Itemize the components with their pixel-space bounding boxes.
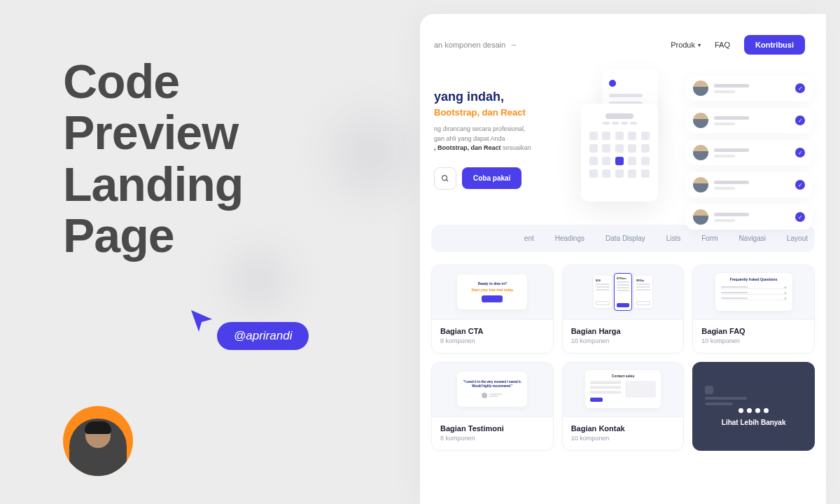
blur-decoration xyxy=(210,238,308,322)
check-icon: ✓ xyxy=(795,180,805,190)
card-subtitle: 10 komponen xyxy=(571,337,676,344)
topbar: an komponen desain → Produk ▾ FAQ Kontri… xyxy=(427,28,819,69)
card-title: Bagian CTA xyxy=(440,327,545,335)
hero-actions: Coba pakai xyxy=(434,167,574,190)
card-thumbnail: Ready to dive in? Start your free trial … xyxy=(432,265,553,320)
hero-subheading: Bootstrap, dan React xyxy=(434,107,574,118)
user-row: ✓ xyxy=(686,172,812,197)
hero-illustration: ✓ ✓ ✓ ✓ ✓ xyxy=(567,69,826,265)
user-row: ✓ xyxy=(686,140,812,165)
more-label: Lihat Lebih Banyak xyxy=(722,419,786,426)
card-more[interactable]: Lihat Lebih Banyak xyxy=(692,362,815,451)
hero-paragraph: ng dirancang secara profesional, gan ahl… xyxy=(434,125,574,153)
components-grid: Ready to dive in? Start your free trial … xyxy=(427,259,819,456)
card-title: Bagian FAQ xyxy=(701,327,806,335)
check-icon: ✓ xyxy=(795,212,805,222)
hero-heading: yang indah, xyxy=(434,90,574,104)
chevron-down-icon: ▾ xyxy=(698,42,701,48)
arrow-right-icon: → xyxy=(510,41,517,49)
user-row: ✓ xyxy=(686,76,812,101)
svg-line-1 xyxy=(447,179,449,181)
card-title: Bagian Kontak xyxy=(571,424,676,433)
hero-section: yang indah, Bootstrap, dan React ng dira… xyxy=(427,69,819,218)
tab-item[interactable]: ent xyxy=(524,234,534,242)
card-harga[interactable]: $24 $79/mo $99/yr Bagian Harga 10 kompon… xyxy=(562,265,685,354)
kontribusi-button[interactable]: Kontribusi xyxy=(744,35,805,55)
illustration-calendar-card xyxy=(581,104,658,202)
landing-preview-panel: an komponen desain → Produk ▾ FAQ Kontri… xyxy=(420,14,826,504)
svg-point-0 xyxy=(442,175,447,180)
nav-produk[interactable]: Produk ▾ xyxy=(671,41,701,49)
card-cta[interactable]: Ready to dive in? Start your free trial … xyxy=(431,265,554,354)
card-title: Bagian Harga xyxy=(571,327,676,335)
cursor-arrow-icon xyxy=(189,308,214,333)
breadcrumb: an komponen desain → xyxy=(434,41,517,49)
card-subtitle: 10 komponen xyxy=(571,435,676,442)
nav-right: Produk ▾ FAQ Kontribusi xyxy=(671,35,805,55)
nav-faq[interactable]: FAQ xyxy=(715,41,730,49)
promo-left-panel: Code Preview Landing Page @aprirandi xyxy=(0,0,420,504)
hero-copy: yang indah, Bootstrap, dan React ng dira… xyxy=(434,90,574,190)
search-button[interactable] xyxy=(434,167,456,190)
user-row: ✓ xyxy=(686,204,812,230)
blur-decoration xyxy=(308,91,434,217)
dots-icon xyxy=(738,408,769,413)
card-title: Bagian Testimoni xyxy=(440,424,545,433)
author-handle-badge[interactable]: @aprirandi xyxy=(217,322,309,350)
check-icon: ✓ xyxy=(795,115,805,125)
author-avatar xyxy=(63,406,133,476)
card-thumbnail: Frequently Asked Questions xyxy=(693,265,814,320)
user-row: ✓ xyxy=(686,108,812,133)
try-button[interactable]: Coba pakai xyxy=(462,167,522,189)
card-thumbnail: Contact sales xyxy=(563,363,684,417)
check-icon: ✓ xyxy=(795,148,805,158)
card-testimoni[interactable]: "I used it in the very moment I saved it… xyxy=(431,362,554,451)
card-thumbnail: $24 $79/mo $99/yr xyxy=(563,265,684,320)
check-icon: ✓ xyxy=(795,83,805,93)
card-subtitle: 8 komponen xyxy=(440,435,545,442)
card-subtitle: 10 komponen xyxy=(701,337,806,344)
card-subtitle: 8 komponen xyxy=(440,337,545,344)
search-icon xyxy=(441,174,449,183)
card-kontak[interactable]: Contact sales Bagian Kontak 10 komponen xyxy=(562,362,685,451)
illustration-user-list: ✓ ✓ ✓ ✓ ✓ xyxy=(686,76,812,237)
card-faq[interactable]: Frequently Asked Questions Bagian FAQ 10… xyxy=(692,265,815,354)
card-thumbnail: "I used it in the very moment I saved it… xyxy=(432,363,553,417)
